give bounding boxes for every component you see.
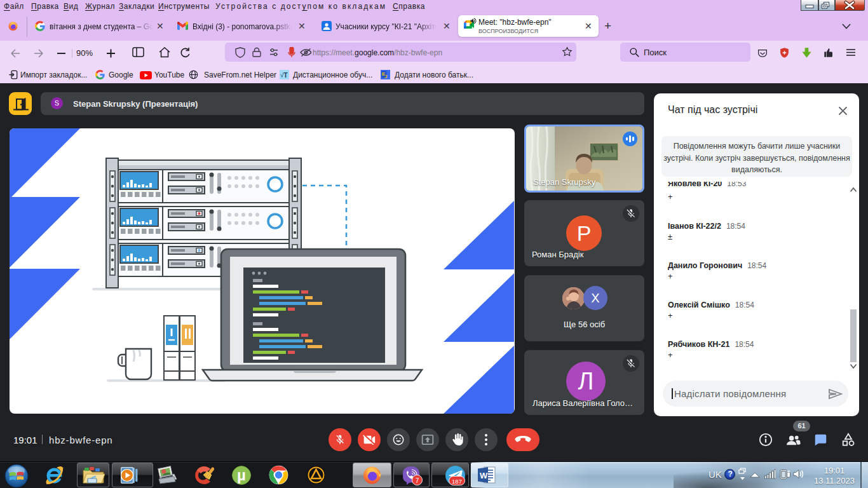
svg-text:√T: √T: [280, 72, 288, 79]
svg-text:µ: µ: [237, 466, 246, 484]
svg-text:J: J: [384, 74, 387, 79]
svg-text:W: W: [480, 471, 488, 480]
